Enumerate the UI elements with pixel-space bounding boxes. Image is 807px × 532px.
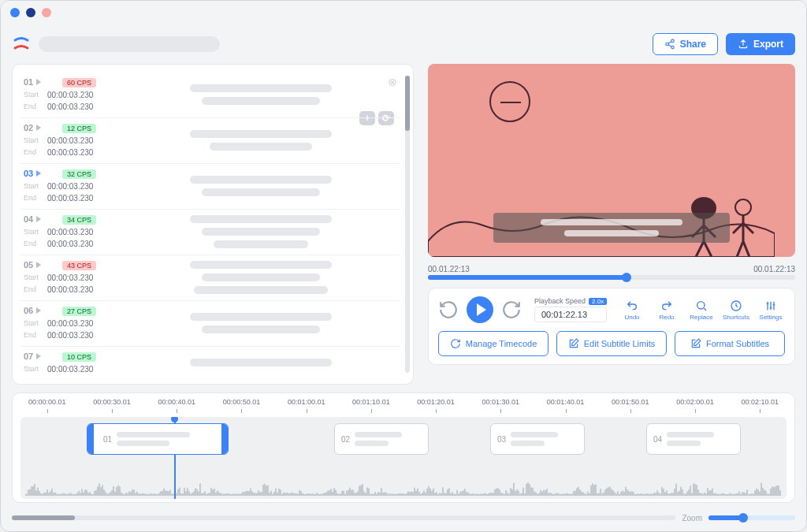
- timeline-track[interactable]: 01020304: [20, 417, 787, 499]
- timecode-display[interactable]: 00:01:22.13: [534, 307, 607, 322]
- timeline-clip[interactable]: 03: [490, 423, 585, 455]
- video-preview[interactable]: [428, 64, 795, 257]
- subtitle-row[interactable]: 05 43 CPS Start00:00:03.230 End00:00:03.…: [20, 255, 400, 300]
- play-button[interactable]: [467, 296, 493, 323]
- subtitle-text[interactable]: [125, 306, 397, 340]
- share-icon: [664, 39, 675, 50]
- ruler-tick: 00:01:40.01: [547, 398, 585, 415]
- subtitle-row[interactable]: 04 34 CPS Start00:00:03.230 End00:00:03.…: [20, 209, 400, 255]
- app-window: Share Export 01 60 CPS Start00:00:03.230…: [0, 0, 807, 532]
- subtitle-index: 03: [24, 169, 41, 178]
- player-controls: Playback Speed2.0x 00:01:22.13 Undo Redo…: [428, 288, 795, 365]
- timeline-clip[interactable]: 04: [646, 423, 741, 455]
- start-time[interactable]: 00:00:03.230: [47, 182, 93, 191]
- time-total: 00.01.22:13: [753, 265, 795, 273]
- subtitle-index: 05: [24, 260, 41, 270]
- cps-badge: 12 CPS: [62, 124, 96, 133]
- ruler-tick: 00:01:50.01: [612, 398, 649, 415]
- svg-point-1: [665, 43, 668, 46]
- share-button[interactable]: Share: [653, 33, 718, 55]
- subtitle-text[interactable]: [125, 352, 397, 374]
- timeline-ruler[interactable]: 00:00:00.0100:00:30.0100:00:40.0100:00:5…: [20, 398, 787, 415]
- subtitle-index: 02: [24, 123, 41, 132]
- start-time[interactable]: 00:00:03.230: [47, 136, 93, 145]
- speed-value-badge[interactable]: 2.0x: [589, 298, 607, 305]
- subtitle-meta: 01 60 CPS Start00:00:03.230 End00:00:03.…: [24, 77, 118, 111]
- subtitle-index: 01: [24, 77, 41, 87]
- timeline-footer: Zoom: [12, 511, 795, 525]
- share-label: Share: [680, 39, 706, 50]
- subtitle-row[interactable]: 02 12 CPS Start00:00:03.230 End00:00:03.…: [20, 117, 400, 163]
- preview-panel: 00.01.22:13 00.01.22:13 Playback Speed2.…: [428, 64, 795, 385]
- start-time[interactable]: 00:00:03.230: [47, 319, 93, 328]
- svg-point-5: [697, 301, 705, 308]
- start-time[interactable]: 00:00:03.230: [47, 91, 93, 99]
- window-titlebar: [1, 1, 806, 24]
- settings-button[interactable]: Settings: [757, 299, 785, 321]
- window-dot[interactable]: [42, 8, 51, 17]
- timeline-panel: 00:00:00.0100:00:30.0100:00:40.0100:00:5…: [12, 392, 795, 503]
- window-dot[interactable]: [10, 8, 20, 17]
- subtitle-text[interactable]: [125, 260, 397, 294]
- subtitle-index: 07: [24, 352, 41, 361]
- svg-point-2: [671, 46, 674, 49]
- subtitle-meta: 03 32 CPS Start00:00:03.230 End00:00:03.…: [24, 169, 118, 203]
- subtitle-list[interactable]: 01 60 CPS Start00:00:03.230 End00:00:03.…: [20, 73, 400, 376]
- start-time[interactable]: 00:00:03.230: [47, 365, 93, 374]
- skip-forward-button[interactable]: [501, 299, 522, 320]
- format-subtitles-button[interactable]: Format Subtitles: [675, 331, 785, 356]
- svg-point-4: [735, 199, 751, 215]
- cps-badge: 43 CPS: [62, 261, 96, 270]
- end-time[interactable]: 00:00:03.230: [47, 331, 93, 340]
- subtitle-text[interactable]: [125, 77, 397, 111]
- close-icon[interactable]: ⊗: [388, 76, 397, 88]
- ruler-tick: 00:02:10.01: [741, 398, 779, 415]
- timeline-clip[interactable]: 01: [87, 423, 229, 455]
- video-progress[interactable]: [428, 275, 795, 280]
- subtitle-text[interactable]: [125, 214, 397, 248]
- edit-subtitle-limits-button[interactable]: Edit Subtitle Limits: [556, 331, 667, 356]
- subtitle-row[interactable]: 01 60 CPS Start00:00:03.230 End00:00:03.…: [20, 73, 400, 117]
- subtitle-row[interactable]: 06 27 CPS Start00:00:03.230 End00:00:03.…: [20, 300, 400, 346]
- top-toolbar: Share Export: [1, 24, 806, 64]
- export-button[interactable]: Export: [726, 33, 795, 55]
- subtitle-index: 04: [24, 214, 41, 224]
- subtitle-text[interactable]: [125, 123, 397, 157]
- timeline-hscrollbar[interactable]: [12, 515, 675, 520]
- subtitle-scrollbar[interactable]: [405, 76, 410, 373]
- ruler-tick: 00:01:30.01: [482, 398, 520, 415]
- subtitle-meta: 05 43 CPS Start00:00:03.230 End00:00:03.…: [24, 260, 118, 294]
- start-time[interactable]: 00:00:03.230: [47, 228, 93, 236]
- export-label: Export: [753, 39, 783, 50]
- end-time[interactable]: 00:00:03.230: [47, 102, 93, 111]
- end-time[interactable]: 00:00:03.230: [47, 194, 93, 203]
- end-time[interactable]: 00:00:03.230: [47, 148, 93, 157]
- ruler-tick: 00:01:20.01: [417, 398, 455, 415]
- app-logo-icon: [12, 35, 31, 54]
- shortcuts-button[interactable]: Shortcuts: [722, 299, 750, 321]
- start-time[interactable]: 00:00:03.230: [47, 273, 93, 282]
- cps-badge: 27 CPS: [62, 307, 96, 316]
- waveform: [25, 478, 782, 496]
- export-icon: [738, 39, 749, 50]
- video-time-row: 00.01.22:13 00.01.22:13: [428, 265, 795, 280]
- redo-button[interactable]: Redo: [653, 299, 681, 321]
- window-dot[interactable]: [26, 8, 35, 17]
- replace-button[interactable]: Replace: [687, 299, 716, 321]
- undo-button[interactable]: Undo: [618, 299, 646, 321]
- manage-timecode-button[interactable]: Manage Timecode: [438, 331, 549, 356]
- zoom-slider[interactable]: [708, 515, 795, 520]
- end-time[interactable]: 00:00:03.230: [47, 285, 93, 294]
- zoom-label: Zoom: [682, 514, 702, 523]
- ruler-tick: 00:00:30.01: [93, 398, 131, 415]
- subtitle-meta: 02 12 CPS Start00:00:03.230 End00:00:03.…: [24, 123, 118, 157]
- subtitle-row[interactable]: 07 10 CPS Start00:00:03.230: [20, 346, 400, 376]
- project-title[interactable]: [39, 36, 220, 52]
- skip-back-button[interactable]: [438, 299, 459, 320]
- subtitle-row[interactable]: 03 32 CPS Start00:00:03.230 End00:00:03.…: [20, 163, 400, 209]
- end-time[interactable]: 00:00:03.230: [47, 240, 93, 248]
- ruler-tick: 00:01:10.01: [352, 398, 390, 415]
- ruler-tick: 00:00:50.01: [223, 398, 261, 415]
- timeline-clip[interactable]: 02: [334, 423, 429, 455]
- subtitle-text[interactable]: [125, 169, 397, 203]
